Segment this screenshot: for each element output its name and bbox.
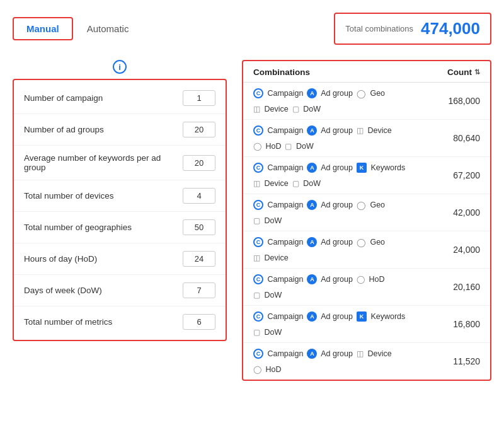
input-label: Number of ad groups: [24, 125, 183, 134]
device-icon: ◫: [253, 105, 260, 113]
table-row: C CampaignA Ad group◫ Device◯ HoD11,520: [243, 343, 490, 380]
right-panel: Combinations Count ⇅ C CampaignA Ad grou…: [242, 60, 491, 381]
tag-campaign: C Campaign: [253, 163, 303, 173]
tag-dow: ▢ DoW: [253, 216, 282, 225]
geo-icon: ◯: [357, 238, 366, 247]
tag-campaign: C Campaign: [253, 237, 303, 247]
input-field[interactable]: [183, 282, 215, 298]
table-row: C CampaignA Ad group◫ Device◯ HoD▢ DoW80…: [243, 120, 490, 157]
row-count: 20,160: [442, 282, 480, 292]
input-field[interactable]: [183, 219, 215, 235]
tag-adgroup: A Ad group: [307, 163, 353, 173]
input-field[interactable]: [183, 188, 215, 204]
tag-adgroup: A Ad group: [307, 200, 353, 210]
total-combinations-box: Total combinations 474,000: [334, 13, 491, 45]
device-icon: ◫: [357, 126, 364, 135]
tag-dow: ▢ DoW: [292, 105, 321, 113]
sort-icon[interactable]: ⇅: [474, 68, 480, 76]
row-count: 168,000: [442, 96, 480, 106]
tag-campaign: C Campaign: [253, 88, 303, 98]
campaign-icon: C: [253, 163, 263, 173]
col-combinations-header: Combinations: [253, 67, 310, 77]
tag-adgroup: A Ad group: [307, 274, 353, 284]
combo-tags: C CampaignA Ad groupK Keywords▢ DoW: [253, 311, 442, 337]
info-icon[interactable]: i: [113, 60, 127, 74]
campaign-icon: C: [253, 274, 263, 284]
input-field[interactable]: [183, 251, 215, 267]
tag-dow: ▢ DoW: [253, 291, 282, 300]
dow-icon: ▢: [292, 179, 299, 188]
campaign-icon: C: [253, 125, 263, 136]
table-row: C CampaignA Ad groupK Keywords◫ Device▢ …: [243, 157, 490, 194]
combo-tags: C CampaignA Ad group◯ HoD▢ DoW: [253, 274, 442, 300]
input-row: Total number of devices: [14, 180, 226, 212]
tag-device: ◫ Device: [357, 125, 392, 136]
keywords-icon: K: [357, 311, 367, 322]
tag-device: ◫ Device: [253, 253, 289, 262]
input-label: Total number of geographies: [24, 223, 183, 232]
combo-tags: C CampaignA Ad group◫ Device◯ HoD▢ DoW: [253, 125, 442, 151]
input-label: Total number of devices: [24, 191, 183, 201]
input-field[interactable]: [183, 314, 215, 330]
tag-hod: ◯ HoD: [253, 365, 281, 374]
row-count: 11,520: [442, 356, 480, 366]
input-field[interactable]: [183, 90, 215, 106]
tabs-container: Manual Automatic: [13, 17, 142, 40]
tab-automatic[interactable]: Automatic: [73, 17, 143, 40]
left-panel: i Number of campaignNumber of ad groupsA…: [13, 60, 227, 341]
tag-campaign: C Campaign: [253, 125, 303, 136]
device-icon: ◫: [253, 179, 260, 188]
row-count: 42,000: [442, 207, 480, 218]
adgroup-icon: A: [307, 200, 317, 210]
table-row: C CampaignA Ad group◯ Geo◫ Device▢ DoW16…: [243, 83, 490, 120]
tag-hod: ◯ HoD: [357, 274, 384, 284]
tag-campaign: C Campaign: [253, 200, 303, 210]
combo-tags: C CampaignA Ad group◯ Geo▢ DoW: [253, 200, 442, 225]
info-icon-row: i: [13, 60, 227, 74]
tag-geo: ◯ Geo: [357, 200, 385, 210]
tag-adgroup: A Ad group: [307, 349, 353, 359]
input-label: Average number of keywords per ad group: [24, 153, 183, 172]
tag-dow: ▢ DoW: [292, 179, 321, 188]
table-row: C CampaignA Ad group◯ Geo▢ DoW42,000: [243, 194, 490, 231]
combo-tags: C CampaignA Ad groupK Keywords◫ Device▢ …: [253, 163, 442, 188]
geo-icon: ◯: [357, 89, 366, 98]
tag-keywords: K Keywords: [357, 311, 405, 322]
dow-icon: ▢: [253, 291, 260, 300]
input-label: Hours of day (HoD): [24, 254, 183, 264]
table-header: Combinations Count ⇅: [243, 61, 490, 83]
tag-device: ◫ Device: [357, 349, 392, 359]
tag-hod: ◯ HoD: [253, 142, 281, 151]
header-row: Manual Automatic Total combinations 474,…: [13, 13, 491, 45]
tag-keywords: K Keywords: [357, 163, 405, 173]
campaign-icon: C: [253, 88, 263, 98]
campaign-icon: C: [253, 237, 263, 247]
input-field[interactable]: [183, 155, 215, 171]
hod-icon: ◯: [357, 275, 365, 284]
row-count: 80,640: [442, 133, 480, 143]
tag-adgroup: A Ad group: [307, 237, 353, 247]
campaign-icon: C: [253, 200, 263, 210]
adgroup-icon: A: [307, 88, 317, 98]
tag-geo: ◯ Geo: [357, 88, 385, 98]
adgroup-icon: A: [307, 311, 317, 322]
combo-tags: C CampaignA Ad group◯ Geo◫ Device▢ DoW: [253, 88, 442, 113]
row-count: 16,800: [442, 319, 480, 329]
total-combinations-label: Total combinations: [345, 24, 413, 33]
dow-icon: ▢: [292, 105, 299, 113]
tab-manual[interactable]: Manual: [13, 17, 73, 40]
adgroup-icon: A: [307, 237, 317, 247]
tag-dow: ▢ DoW: [285, 142, 313, 151]
tag-device: ◫ Device: [253, 105, 289, 113]
campaign-icon: C: [253, 349, 263, 359]
input-field[interactable]: [183, 122, 215, 137]
input-row: Number of campaign: [14, 83, 226, 114]
input-row: Average number of keywords per ad group: [14, 146, 226, 180]
hod-icon: ◯: [253, 142, 261, 151]
campaign-icon: C: [253, 311, 263, 322]
tag-geo: ◯ Geo: [357, 237, 385, 247]
tag-campaign: C Campaign: [253, 274, 303, 284]
total-combinations-value: 474,000: [421, 19, 480, 38]
dow-icon: ▢: [253, 328, 260, 337]
dow-icon: ▢: [285, 142, 292, 151]
